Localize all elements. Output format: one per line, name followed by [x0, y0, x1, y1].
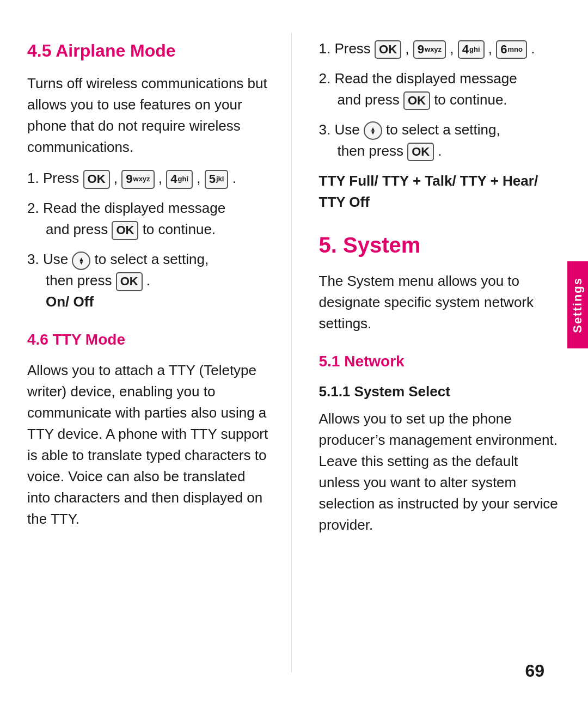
key-ok-3: OK	[116, 272, 143, 291]
key-5jkl-1: 5jkl	[205, 170, 229, 189]
key-4ghi-1: 4ghi	[166, 170, 193, 189]
key-ok-r3: OK	[407, 143, 434, 162]
key-ok-r2: OK	[403, 91, 430, 111]
tty-mode-heading: 4.6 TTY Mode	[27, 329, 270, 351]
key-ok-2: OK	[112, 221, 138, 240]
tty-body-text: Allows you to attach a TTY (Teletype wri…	[27, 360, 270, 530]
right-step-1: 1. Press OK , 9wxyz , 4ghi , 6mno .	[319, 38, 561, 59]
right-step3-text: 3. Use to select a setting,	[319, 121, 500, 138]
key-4ghi-r1: 4ghi	[458, 40, 485, 59]
right-step-2: 2. Read the displayed message and press …	[319, 68, 561, 111]
nav-icon-1	[72, 252, 90, 270]
right-step2-text: 2. Read the displayed message	[319, 70, 517, 87]
tty-options-text: TTY Full/ TTY + Talk/ TTY + Hear/ TTY Of…	[319, 170, 561, 213]
key-ok-1: OK	[83, 170, 110, 189]
step3-cont: then press OK .	[46, 270, 270, 291]
step1-label: 1. Press	[27, 170, 83, 186]
system-heading: 5. System	[319, 229, 561, 261]
system-select-heading: 5.1.1 System Select	[319, 382, 561, 402]
left-step-3: 3. Use to select a setting, then press O…	[27, 249, 270, 312]
airplane-body-text: Turns off wireless communications but al…	[27, 73, 270, 158]
left-column: 4.5 Airplane Mode Turns off wireless com…	[27, 33, 292, 672]
right-step2-cont: and press OK to continue.	[338, 89, 561, 111]
step2-cont: and press OK to continue.	[46, 219, 270, 240]
step3-text: 3. Use to select a setting,	[27, 251, 209, 267]
key-ok-r1: OK	[375, 40, 401, 59]
tty-options-block: TTY Full/ TTY + Talk/ TTY + Hear/ TTY Of…	[319, 170, 561, 213]
system-select-body: Allows you to set up the phone producer’…	[319, 408, 561, 536]
step3-option: On/ Off	[46, 291, 270, 312]
page-number: 69	[525, 658, 544, 683]
right-column: 1. Press OK , 9wxyz , 4ghi , 6mno . 2. R…	[292, 33, 561, 672]
left-step-2: 2. Read the displayed message and press …	[27, 198, 270, 240]
system-body-text: The System menu allows you to designate …	[319, 271, 561, 334]
step2-text: 2. Read the displayed message	[27, 200, 225, 216]
left-step-1: 1. Press OK , 9wxyz , 4ghi , 5jkl .	[27, 168, 270, 189]
key-6mno-r1: 6mno	[496, 40, 527, 59]
nav-icon-2	[364, 121, 382, 140]
airplane-mode-heading: 4.5 Airplane Mode	[27, 38, 270, 63]
right-step-3: 3. Use to select a setting, then press O…	[319, 119, 561, 162]
right-step1-label: 1. Press	[319, 40, 375, 57]
key-9wxyz-1: 9wxyz	[121, 170, 154, 189]
settings-sidebar-tab: Settings	[567, 261, 588, 348]
right-step3-cont: then press OK .	[338, 140, 561, 162]
sidebar-label: Settings	[569, 277, 586, 333]
network-heading: 5.1 Network	[319, 351, 561, 373]
key-9wxyz-r1: 9wxyz	[413, 40, 446, 59]
